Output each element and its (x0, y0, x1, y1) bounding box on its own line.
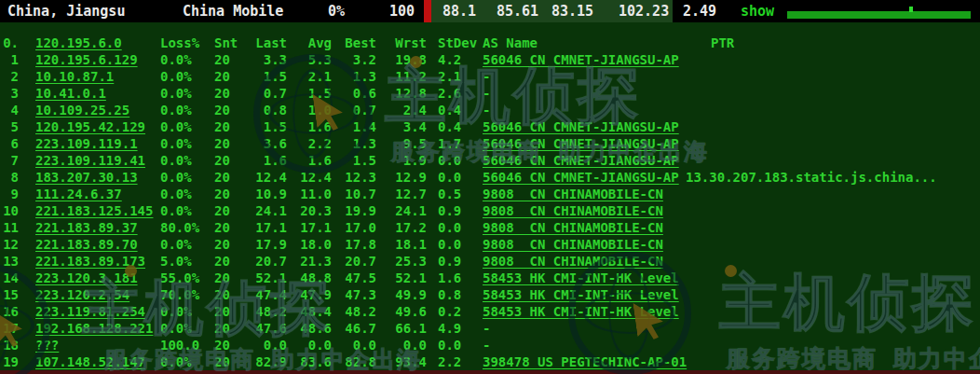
hop-best: 48.2 (332, 303, 376, 320)
hop-ip-link[interactable]: 223.109.119.41 (35, 152, 145, 169)
hop-row: 18???100.0200.00.00.00.00.0- (0, 337, 980, 353)
hop-snt: 20 (214, 253, 230, 270)
hop-wrst: 17.2 (376, 219, 427, 236)
hop-as-link[interactable]: 9808 CN CHINAMOBILE-CN (483, 253, 663, 270)
sent-summary: 100 (389, 3, 415, 20)
provider-label: China Mobile (183, 3, 283, 20)
hop-as-link[interactable]: 56046 CN CMNET-JIANGSU-AP (483, 51, 679, 68)
hop-last: 24.1 (235, 202, 287, 219)
header-ip-link[interactable]: 120.195.6.0 (35, 35, 122, 51)
hop-last: 52.1 (235, 270, 287, 286)
hop-as-link[interactable]: 9808 CN CHINAMOBILE-CN (483, 236, 663, 253)
hop-ip-link[interactable]: 120.195.6.129 (35, 51, 138, 68)
hop-ip-link[interactable]: 10.10.87.1 (35, 68, 114, 85)
hop-ip-link[interactable]: 223.120.2.54 (35, 286, 129, 303)
hop-as-link[interactable]: 9808 CN CHINAMOBILE-CN (483, 186, 663, 202)
hop-as: - (483, 320, 490, 337)
hop-avg: 1.6 (287, 152, 332, 169)
hop-as: - (483, 102, 490, 118)
stat-last: 88.1 (442, 3, 476, 20)
hop-last: 1.5 (235, 118, 287, 135)
hop-ip-link[interactable]: 10.41.0.1 (35, 85, 106, 102)
hop-loss: 5.0% (160, 253, 192, 270)
hop-avg: 83.6 (287, 353, 332, 370)
hop-stdev: 0.5 (438, 186, 461, 202)
hop-last: 47.4 (235, 286, 287, 303)
mtr-trace-screen: China, Jiangsu China Mobile 0% 100 88.1 … (0, 0, 980, 374)
hop-snt: 20 (214, 51, 230, 68)
show-link[interactable]: show (741, 3, 774, 20)
hop-last: 17.1 (235, 219, 287, 236)
hop-avg: 0.0 (287, 337, 332, 353)
hop-wrst: 1.9 (376, 152, 427, 169)
hop-as-link[interactable]: 58453 HK CMI-INT-HK Level (483, 303, 679, 320)
hop-best: 1.4 (332, 118, 376, 135)
hop-rank: 17 (0, 320, 19, 337)
hop-row: 5120.195.42.1290.0%201.51.61.43.40.45604… (0, 118, 980, 135)
hop-last: 1.5 (235, 68, 287, 85)
hop-avg: 1.5 (287, 85, 332, 102)
hop-last: 0.0 (235, 337, 287, 353)
hop-best: 82.8 (332, 353, 376, 370)
hop-snt: 20 (214, 135, 230, 152)
hop-last: 3.6 (235, 135, 287, 152)
hop-ip-link[interactable]: 221.183.89.37 (35, 219, 138, 236)
hop-ip-link[interactable]: ??? (35, 337, 59, 353)
hop-ip-link[interactable]: 223.119.81.254 (35, 303, 145, 320)
hop-loss: 0.0% (160, 186, 192, 202)
stat-stdev: 2.49 (683, 3, 716, 20)
hop-ip-link[interactable]: 111.24.6.37 (35, 186, 122, 202)
hop-ip-link[interactable]: 221.183.89.173 (35, 253, 145, 270)
hop-as-link[interactable]: 56046 CN CMNET-JIANGSU-AP (483, 152, 679, 169)
hop-as-link[interactable]: 56046 CN CMNET-JIANGSU-AP (483, 118, 679, 135)
hop-last: 1.6 (235, 152, 287, 169)
hop-best: 46.7 (332, 320, 376, 337)
hop-ip-link[interactable]: 183.207.30.13 (35, 169, 138, 186)
hop-last: 0.7 (235, 85, 287, 102)
hop-avg: 47.9 (287, 286, 332, 303)
hop-wrst: 9.5 (376, 135, 427, 152)
bottom-red-strip (0, 370, 980, 374)
hop-ip-link[interactable]: 120.195.42.129 (35, 118, 145, 135)
hop-snt: 20 (214, 320, 230, 337)
loss-summary: 0% (328, 3, 345, 20)
hop-as-link[interactable]: 9808 CN CHINAMOBILE-CN (483, 219, 663, 236)
hop-wrst: 12.7 (376, 186, 427, 202)
hop-rank: 13 (0, 253, 19, 270)
hop-ip-link[interactable]: 192.168.128.221 (35, 320, 153, 337)
hop-snt: 20 (214, 152, 230, 169)
hop-row: 310.41.0.10.0%200.71.50.612.82.6- (0, 85, 980, 102)
col-header-wrst: Wrst (376, 35, 427, 51)
hop-stdev: 0.8 (438, 286, 461, 303)
hop-as-link[interactable]: 56046 CN CMNET-JIANGSU-AP (483, 135, 679, 152)
hop-last: 82.9 (235, 353, 287, 370)
hop-as-link[interactable]: 9808 CN CHINAMOBILE-CN (483, 202, 663, 219)
hop-rank: 5 (0, 118, 19, 135)
col-header-last: Last (235, 35, 287, 51)
hop-ip-link[interactable]: 10.109.25.25 (35, 102, 129, 118)
hop-ip-link[interactable]: 223.120.3.181 (35, 270, 138, 286)
hop-avg: 21.3 (287, 253, 332, 270)
hop-rank: 10 (0, 202, 19, 219)
hop-wrst: 0.0 (376, 337, 427, 353)
hop-ip-link[interactable]: 223.109.119.1 (35, 135, 138, 152)
hop-loss: 70.0% (160, 286, 199, 303)
hop-ip-link[interactable]: 107.148.52.147 (35, 353, 145, 370)
stat-best: 83.15 (551, 3, 593, 20)
progress-bar (787, 11, 971, 19)
hop-as-link[interactable]: 58453 HK CMI-INT-HK Level (483, 286, 679, 303)
hop-snt: 20 (214, 286, 230, 303)
hop-snt: 20 (214, 219, 230, 236)
hop-stdev: 0.0 (438, 169, 461, 186)
hop-as-link[interactable]: 58453 HK CMI-INT-HK Level (483, 270, 679, 286)
hop-stdev: 0.0 (438, 337, 461, 353)
hop-avg: 5.3 (287, 51, 332, 68)
hop-ip-link[interactable]: 221.183.89.70 (35, 236, 138, 253)
hop-as-link[interactable]: 398478 US PEGTECHINC-AP-01 (483, 353, 687, 370)
hop-as-link[interactable]: 56046 CN CMNET-JIANGSU-AP (483, 169, 679, 186)
hop-row: 7223.109.119.410.0%201.61.61.51.90.05604… (0, 152, 980, 169)
hop-avg: 2.2 (287, 135, 332, 152)
hop-stdev: 0.9 (438, 202, 461, 219)
hop-ip-link[interactable]: 221.183.125.145 (35, 202, 153, 219)
hop-loss: 0.0% (160, 353, 192, 370)
